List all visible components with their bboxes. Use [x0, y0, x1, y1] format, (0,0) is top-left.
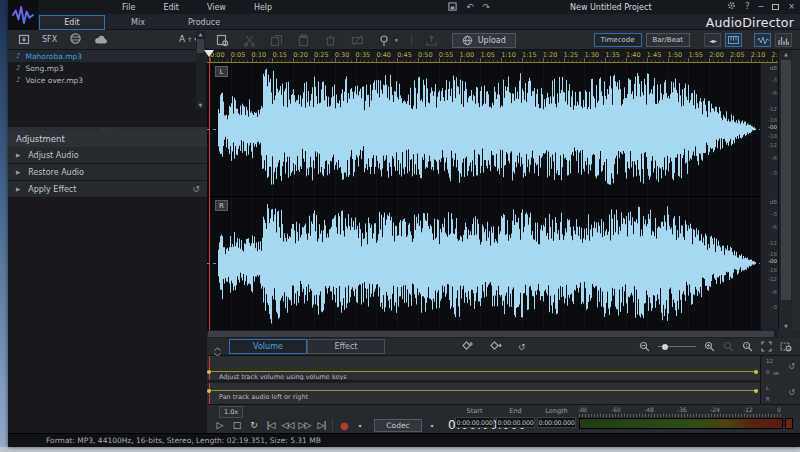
keyframe-dot[interactable]: [754, 370, 758, 374]
paste-icon[interactable]: [296, 33, 310, 47]
codec-button[interactable]: Codec: [374, 419, 422, 432]
fast-forward-button[interactable]: ▷▷: [298, 418, 311, 432]
volume-automation-lane[interactable]: Adjust track volume using volume keys: [207, 356, 760, 381]
reset-volume-icon[interactable]: ↺: [788, 362, 795, 371]
timecode-mode-button[interactable]: Timecode: [594, 33, 642, 47]
cut-icon[interactable]: [242, 33, 256, 47]
library-file-item[interactable]: ♪ Song.mp3: [8, 62, 207, 74]
music-note-icon: ♪: [16, 64, 20, 72]
delete-icon[interactable]: [323, 33, 337, 47]
timeline-ruler[interactable]: 0:000:050:100:150:200:250:300:350:400:45…: [207, 50, 800, 63]
menu-item[interactable]: File: [122, 3, 135, 12]
zoom-out-full-icon[interactable]: [639, 337, 650, 356]
import-media-icon[interactable]: [18, 30, 30, 49]
barbeat-mode-button[interactable]: Bar/Beat: [646, 33, 690, 47]
upload-button[interactable]: Upload: [452, 33, 516, 48]
scroll-up-icon[interactable]: ▲: [779, 51, 793, 57]
undo-icon[interactable]: ↶: [466, 2, 474, 12]
zoom-slider-knob[interactable]: [662, 344, 668, 350]
adjustment-section[interactable]: ▶ Apply Effect ↺: [8, 181, 207, 198]
download-content-icon[interactable]: [69, 30, 82, 49]
spectral-view-icon[interactable]: [775, 33, 792, 47]
pan-automation-lane[interactable]: Pan track audio left or right: [207, 383, 760, 404]
file-list-scrollbar[interactable]: ▲ ▼: [196, 31, 205, 109]
save-project-icon[interactable]: [448, 2, 457, 13]
fit-timeline-icon[interactable]: ◄►: [704, 33, 721, 47]
codec-dropdown-icon[interactable]: ▾: [426, 419, 438, 432]
waveform-view-icon[interactable]: [754, 33, 771, 47]
adjustment-panel-header: Adjustment: [8, 131, 207, 147]
zoom-slider[interactable]: [658, 346, 696, 347]
record-button[interactable]: ●: [337, 418, 350, 432]
reset-icon[interactable]: ↺: [192, 184, 200, 194]
export-icon[interactable]: [425, 33, 439, 47]
time-field-group: Length 0:00:00.000: [537, 407, 576, 428]
time-field-value[interactable]: 0:00:00.000: [455, 417, 494, 428]
loop-button[interactable]: ↻: [247, 418, 260, 432]
audio-properties-icon[interactable]: [215, 33, 229, 47]
redo-icon[interactable]: ↷: [483, 2, 491, 12]
minimize-button[interactable]: ─: [758, 2, 763, 11]
go-to-end-button[interactable]: ▷|: [315, 418, 328, 432]
adjustment-section[interactable]: ▶ Adjust Audio ↺: [8, 147, 207, 164]
automation-tab[interactable]: Effect: [307, 339, 385, 354]
cloud-icon[interactable]: [94, 30, 108, 49]
go-to-start-button[interactable]: |◁: [264, 418, 277, 432]
playhead-marker[interactable]: [204, 50, 214, 57]
vertical-scrollbar[interactable]: ▲ ▼: [778, 50, 792, 330]
scroll-down-icon[interactable]: ▼: [779, 323, 793, 329]
time-field-value[interactable]: 0:00:00.000: [496, 417, 535, 428]
zoom-vertical-icon[interactable]: [723, 337, 734, 356]
marker-icon[interactable]: [377, 33, 391, 47]
keyframe-dot[interactable]: [207, 370, 211, 374]
trim-icon[interactable]: [350, 33, 364, 47]
copy-icon[interactable]: [269, 33, 283, 47]
maximize-button[interactable]: [772, 4, 779, 10]
sfx-library-button[interactable]: SFX: [42, 35, 57, 44]
pan-keyframe-line[interactable]: [209, 390, 758, 391]
workspace-tab[interactable]: Produce: [171, 15, 237, 30]
add-keyframe-icon[interactable]: [462, 340, 474, 353]
waveform-editor-area[interactable]: L R: [207, 63, 760, 330]
close-button[interactable]: ×: [788, 2, 795, 11]
marker-dropdown-icon[interactable]: ▾: [395, 37, 398, 43]
keyframe-dot[interactable]: [207, 389, 211, 393]
library-file-item[interactable]: ♪ Voice over.mp3: [8, 74, 207, 86]
time-field-label: End: [509, 407, 521, 417]
db-scale-label: -12: [768, 276, 777, 282]
record-options-icon[interactable]: ▾: [354, 419, 366, 432]
zoom-selection-icon[interactable]: [780, 337, 792, 356]
keyboard-panel-icon[interactable]: [725, 33, 742, 47]
zoom-level-icon[interactable]: [742, 337, 753, 356]
scrollbar-thumb[interactable]: [197, 39, 204, 53]
menu-item[interactable]: View: [207, 3, 226, 12]
scroll-down-icon[interactable]: ▼: [196, 102, 205, 109]
rewind-button[interactable]: ◁◁: [281, 418, 294, 432]
next-keyframe-icon[interactable]: [490, 340, 502, 353]
reset-pan-icon[interactable]: ↺: [788, 388, 795, 397]
workspace-tab[interactable]: Edit: [39, 15, 105, 30]
automation-tab[interactable]: Volume: [229, 339, 307, 354]
db-scale-label: -00: [768, 258, 777, 264]
volume-keyframe-line[interactable]: [209, 371, 758, 372]
undo-keyframes-icon[interactable]: ↺: [518, 342, 526, 352]
time-field-value[interactable]: 0:00:00.000: [537, 417, 576, 428]
workspace-tab[interactable]: Mix: [105, 15, 171, 30]
keyframe-dot[interactable]: [754, 389, 758, 393]
help-icon[interactable]: ?: [745, 2, 749, 11]
adjustment-section[interactable]: ▶ Restore Audio ↺: [8, 164, 207, 181]
waveform-display[interactable]: [207, 63, 760, 330]
sort-button[interactable]: A↑▾: [179, 34, 197, 44]
menu-item[interactable]: Edit: [163, 3, 179, 12]
library-file-item[interactable]: ♪ Mahoroba.mp3: [8, 50, 207, 62]
stop-button[interactable]: □: [230, 418, 243, 432]
scroll-up-icon[interactable]: ▲: [199, 31, 203, 37]
zoom-in-icon[interactable]: [704, 337, 715, 356]
scrollbar-thumb[interactable]: [781, 60, 791, 300]
menu-item[interactable]: Help: [254, 3, 272, 12]
db-scale-label: -18: [768, 251, 777, 257]
pan-scale-right: R: [766, 396, 770, 402]
fit-view-icon[interactable]: [761, 337, 772, 356]
settings-gear-icon[interactable]: [727, 1, 736, 12]
play-button[interactable]: ▷: [213, 418, 226, 432]
